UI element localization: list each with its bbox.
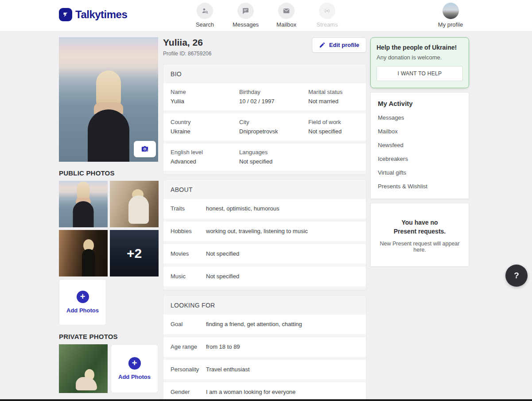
about-value: working out, traveling, listening to mus… <box>206 228 359 234</box>
more-photos-overlay: +2 <box>110 230 159 276</box>
looking-for-row: Personality Travel enthusiast <box>163 360 366 379</box>
about-row: Music Not specified <box>163 267 366 286</box>
bio-value: Not married <box>308 98 359 105</box>
donation-button[interactable]: I WANT TO HELP <box>377 66 463 81</box>
public-photo-1[interactable] <box>59 181 108 227</box>
donation-title: Help the people of Ukraine! <box>377 44 463 51</box>
public-photos-title: PUBLIC PHOTOS <box>59 169 158 177</box>
nav-label-search: Search <box>196 21 214 28</box>
activity-item-icebreakers[interactable]: Icebreakers <box>378 156 462 162</box>
activity-item-mailbox[interactable]: Mailbox <box>378 128 462 135</box>
add-public-photos-button[interactable]: + Add Photos <box>59 279 106 325</box>
bio-label: English level <box>171 149 239 156</box>
main-profile-photo[interactable] <box>59 37 158 162</box>
bio-value: Not specified <box>308 128 359 135</box>
bio-value: Yuliia <box>171 98 239 105</box>
private-photo-1[interactable] <box>59 344 108 393</box>
activity-item-newsfeed[interactable]: Newsfeed <box>378 142 462 148</box>
about-title: ABOUT <box>163 180 366 199</box>
looking-for-row: Gender I am a woman looking for everyone <box>163 382 366 401</box>
bio-label: Field of work <box>308 119 359 125</box>
about-label: Movies <box>171 250 206 257</box>
profile-header: Yuliia, 26 Profile ID: 86759206 Edit pro… <box>163 37 366 57</box>
bio-value: Dnipropetrovsk <box>239 128 308 135</box>
help-button[interactable]: ? <box>505 265 528 287</box>
edit-profile-label: Edit profile <box>329 42 359 48</box>
private-photos-grid: + Add Photos <box>59 344 158 393</box>
nav-item-streams: Streams <box>311 3 343 28</box>
bio-label: City <box>239 119 308 125</box>
nav-item-search[interactable]: Search <box>189 3 221 28</box>
public-photo-2[interactable] <box>110 181 159 227</box>
nav-item-messages[interactable]: Messages <box>230 3 262 28</box>
envelope-icon <box>278 3 295 19</box>
about-label: Traits <box>171 205 206 212</box>
public-photo-more[interactable]: +2 <box>110 230 159 276</box>
bottom-edge-bar <box>0 399 532 401</box>
donation-subtitle: Any donation is welcome. <box>377 54 463 61</box>
add-photos-label: Add Photos <box>66 307 99 314</box>
looking-for-row: Goal finding a friend, get attention, ch… <box>163 315 366 334</box>
looking-for-title: LOOKING FOR <box>163 296 366 315</box>
nav-label-streams: Streams <box>316 21 338 28</box>
photos-column: PUBLIC PHOTOS +2 + Add Photos PRIVATE PH… <box>59 37 158 393</box>
public-photo-3[interactable] <box>59 230 108 276</box>
looking-for-value: from 18 to 89 <box>206 343 359 350</box>
bio-label: Country <box>171 119 239 125</box>
activity-item-presents-wishlist[interactable]: Presents & Wishlist <box>378 183 462 190</box>
edit-profile-button[interactable]: Edit profile <box>312 37 366 53</box>
about-value: Not specified <box>206 250 359 257</box>
plus-icon: + <box>77 291 89 303</box>
present-requests-line2: Present requests. <box>377 227 462 236</box>
nav-label-messages: Messages <box>233 21 259 28</box>
looking-for-label: Age range <box>171 343 206 350</box>
looking-for-label: Gender <box>171 389 206 395</box>
sidebar-column: Help the people of Ukraine! Any donation… <box>370 37 469 267</box>
add-private-photos-button[interactable]: + Add Photos <box>111 344 158 393</box>
bio-section: BIO NameYuliia Birthday10 / 02 / 1997 Ma… <box>163 64 366 175</box>
about-section: ABOUT Traits honest, optimistic, humorou… <box>163 179 366 290</box>
top-navigation-bar: Talkytimes Search Message <box>0 0 532 31</box>
about-value: honest, optimistic, humorous <box>206 205 359 212</box>
bio-value: Ukraine <box>171 128 239 135</box>
change-photo-button[interactable] <box>134 141 156 157</box>
public-photos-grid: +2 <box>59 181 158 276</box>
looking-for-label: Goal <box>171 321 206 327</box>
profile-details-column: Yuliia, 26 Profile ID: 86759206 Edit pro… <box>163 37 366 401</box>
looking-for-value: Travel enthusiast <box>206 366 359 373</box>
activity-item-virtual-gifts[interactable]: Virtual gifts <box>378 169 462 176</box>
my-profile-menu[interactable]: My profile <box>437 3 464 28</box>
bio-label: Marital status <box>308 89 359 95</box>
private-photos-title: PRIVATE PHOTOS <box>59 333 158 340</box>
chat-icon <box>237 3 254 19</box>
my-activity-title: My Activity <box>378 100 462 107</box>
looking-for-section: LOOKING FOR Goal finding a friend, get a… <box>163 295 366 401</box>
profile-id: Profile ID: 86759206 <box>163 51 211 57</box>
bio-row: NameYuliia Birthday10 / 02 / 1997 Marita… <box>163 83 366 110</box>
nav-label-mailbox: Mailbox <box>276 21 296 28</box>
looking-for-value: finding a friend, get attention, chattin… <box>206 321 359 327</box>
activity-item-messages[interactable]: Messages <box>378 114 462 121</box>
bio-label: Name <box>171 89 239 95</box>
nav-item-mailbox[interactable]: Mailbox <box>271 3 303 28</box>
broadcast-icon <box>319 3 335 19</box>
brand-logo[interactable]: Talkytimes <box>59 8 127 21</box>
about-row: Hobbies working out, traveling, listenin… <box>163 222 366 241</box>
talkytimes-logo-icon <box>59 8 72 21</box>
photo-subject-silhouette <box>84 70 133 162</box>
bio-row: CountryUkraine CityDnipropetrovsk Field … <box>163 113 366 140</box>
bio-label: Birthday <box>239 89 308 95</box>
about-label: Music <box>171 273 206 280</box>
main-nav: Search Messages Mailbox <box>189 3 343 28</box>
bio-label: Languages <box>239 149 308 156</box>
brand-name: Talkytimes <box>75 8 127 21</box>
bio-value: Advanced <box>171 158 239 165</box>
ukraine-donation-banner: Help the people of Ukraine! Any donation… <box>370 37 469 88</box>
bio-title: BIO <box>163 64 366 83</box>
about-label: Hobbies <box>171 228 206 234</box>
my-profile-avatar <box>443 3 459 19</box>
present-requests-hint: New Present request will appear here. <box>377 241 462 253</box>
looking-for-label: Personality <box>171 366 206 373</box>
present-requests-panel: You have no Present requests. New Presen… <box>370 203 469 267</box>
plus-icon: + <box>128 357 141 370</box>
